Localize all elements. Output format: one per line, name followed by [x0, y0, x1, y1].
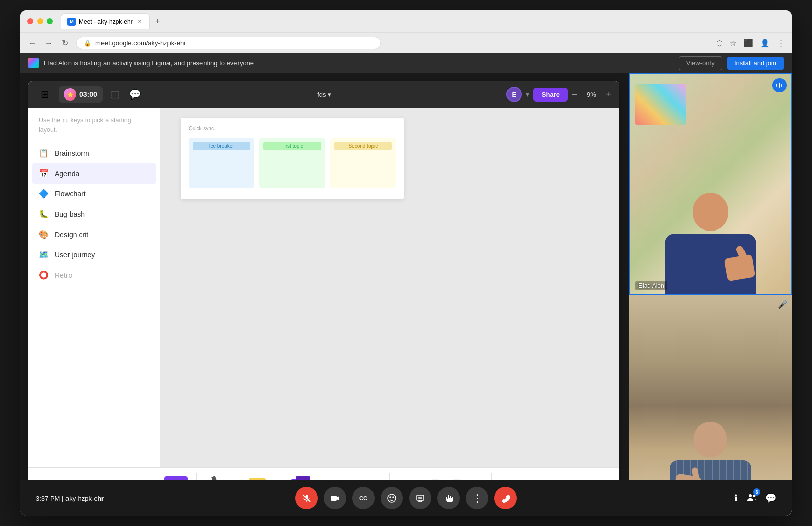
figma-right-tools: E ▾ Share − 9% + [506, 87, 611, 102]
bugbash-icon: 🐛 [39, 209, 49, 219]
cast-icon[interactable]: ⬡ [716, 39, 723, 48]
forward-button[interactable]: → [44, 39, 54, 48]
time-display: 3:37 PM [36, 495, 60, 502]
userjourney-label: User journey [55, 251, 95, 259]
canvas-column-second: Second topic [330, 138, 396, 188]
extensions-icon[interactable]: ⬛ [743, 39, 753, 48]
zoom-in-button[interactable]: + [605, 89, 611, 100]
camera-icon [330, 493, 340, 503]
figma-canvas[interactable]: Quick sync... Ice breaker First topic Se… [160, 108, 619, 467]
sidebar-item-agenda[interactable]: 📅 Agenda [32, 163, 156, 184]
install-join-button[interactable]: Install and join [727, 57, 784, 70]
brainstorm-label: Brainstorm [55, 149, 89, 157]
time-code: 3:37 PM | aky-hzpk-ehr [36, 495, 104, 502]
browser-window: M Meet - aky-hzpk-ehr ✕ + ← → ↻ 🔒 meet.g… [20, 10, 792, 516]
second-topic-header: Second topic [334, 142, 392, 150]
traffic-lights [27, 18, 53, 24]
first-topic-header: First topic [263, 142, 321, 150]
minimize-button[interactable] [37, 18, 43, 24]
active-tab[interactable]: M Meet - aky-hzpk-ehr ✕ [61, 13, 150, 29]
svg-point-10 [393, 497, 394, 498]
video-feed-elad: Elad Alon [629, 73, 792, 295]
mic-off-icon: 🎤 [777, 300, 788, 309]
info-button[interactable]: ℹ [734, 492, 738, 504]
notification-bar: Elad Alon is hosting an activity using F… [20, 53, 792, 73]
bookmark-icon[interactable]: ☆ [730, 39, 736, 48]
agenda-label: Agenda [55, 170, 79, 178]
tab-bar: M Meet - aky-hzpk-ehr ✕ + [61, 13, 785, 29]
figma-logo-icon: ⊞ [41, 88, 49, 101]
figma-sidebar: Use the ↑↓ keys to pick a starting layou… [28, 108, 160, 467]
designcrit-label: Design crit [55, 231, 88, 239]
url-bar[interactable]: 🔒 meet.google.com/aky-hzpk-ehr [76, 37, 381, 49]
svg-marker-7 [337, 496, 339, 500]
participants-button[interactable]: 3 [746, 491, 757, 505]
mic-muted-icon [301, 493, 312, 503]
url-text: meet.google.com/aky-hzpk-ehr [95, 39, 186, 47]
new-tab-button[interactable]: + [152, 15, 164, 27]
canvas-columns: Ice breaker First topic Second topic [189, 138, 396, 188]
notification-text: Elad Alon is hosting an activity using F… [44, 59, 673, 67]
svg-rect-12 [418, 497, 422, 499]
sidebar-item-flowchart[interactable]: 🔷 Flowchart [28, 184, 160, 204]
elad-head [693, 193, 728, 231]
timer-display: 03:00 [79, 90, 97, 98]
lock-icon: 🔒 [84, 40, 91, 47]
sidebar-item-designcrit[interactable]: 🎨 Design crit [28, 224, 160, 245]
back-button[interactable]: ← [27, 39, 38, 48]
profile-icon[interactable]: 👤 [760, 39, 770, 48]
emoji-icon [387, 493, 397, 503]
captions-button[interactable]: CC [352, 487, 375, 509]
mic-button[interactable] [295, 487, 318, 509]
flowchart-icon: 🔷 [39, 189, 49, 199]
view-toggle-button[interactable]: ⬚ [109, 87, 121, 102]
menu-icon[interactable]: ⋮ [777, 39, 785, 48]
figma-brand-icon [28, 58, 39, 68]
svg-rect-6 [331, 496, 337, 501]
sidebar-item-bugbash[interactable]: 🐛 Bug bash [28, 204, 160, 224]
flowchart-label: Flowchart [55, 190, 86, 198]
svg-rect-0 [776, 84, 777, 87]
canvas-title: Quick sync... [189, 126, 396, 132]
bottom-bar: 3:37 PM | aky-hzpk-ehr CC [20, 480, 792, 516]
timer-area: ⭐ 03:00 [59, 86, 103, 103]
view-only-button[interactable]: View-only [679, 56, 722, 70]
figma-frame: ⊞ ⭐ 03:00 ⬚ 💬 fds ▾ [28, 81, 619, 508]
svg-rect-1 [779, 83, 780, 88]
refresh-button[interactable]: ↻ [60, 38, 70, 48]
brainstorm-icon: 📋 [39, 148, 49, 158]
end-call-button[interactable] [494, 487, 517, 509]
camera-button[interactable] [324, 487, 346, 509]
tab-close-button[interactable]: ✕ [136, 18, 143, 25]
raise-hand-icon [444, 493, 454, 503]
present-icon [415, 493, 425, 503]
figma-menu-button[interactable]: ⊞ [37, 86, 53, 103]
francois-head [694, 422, 727, 457]
sidebar-item-brainstorm[interactable]: 📋 Brainstorm [28, 143, 160, 163]
user-dropdown-icon[interactable]: ▾ [526, 90, 529, 98]
zoom-out-button[interactable]: − [572, 89, 578, 100]
sidebar-item-retro[interactable]: ⭕ Retro [28, 265, 160, 285]
hand-button[interactable] [437, 487, 460, 509]
close-button[interactable] [27, 18, 33, 24]
share-button[interactable]: Share [533, 88, 568, 102]
wall-art-decoration [635, 84, 686, 125]
comment-button[interactable]: 💬 [127, 87, 143, 102]
browser-action-icons: ⬡ ☆ ⬛ 👤 ⋮ [716, 39, 785, 48]
meet-favicon: M [67, 18, 76, 26]
emoji-button[interactable] [381, 487, 403, 509]
agenda-icon: 📅 [39, 169, 49, 179]
elad-hand [724, 254, 756, 282]
userjourney-icon: 🗺️ [39, 250, 49, 260]
more-options-button[interactable]: ⋮ [466, 487, 488, 509]
designcrit-icon: 🎨 [39, 229, 49, 240]
chevron-down-icon: ▾ [328, 91, 331, 98]
present-button[interactable] [409, 487, 431, 509]
sidebar-item-userjourney[interactable]: 🗺️ User journey [28, 245, 160, 265]
maximize-button[interactable] [47, 18, 53, 24]
video-panel: Elad Alon [629, 73, 792, 516]
file-name[interactable]: fds ▾ [317, 91, 331, 98]
user-avatar[interactable]: E [506, 87, 522, 102]
zoom-level: 9% [581, 91, 601, 98]
chat-button[interactable]: 💬 [765, 492, 776, 504]
